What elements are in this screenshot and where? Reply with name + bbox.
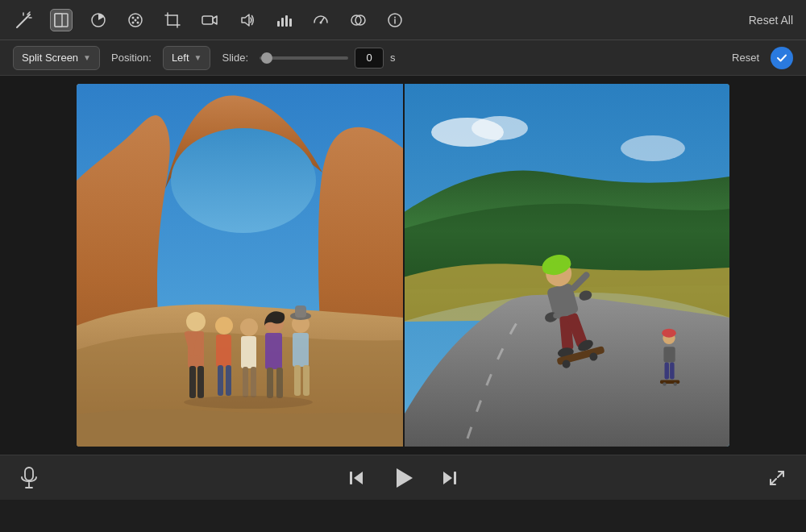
skip-forward-button[interactable] xyxy=(440,468,459,488)
svg-rect-38 xyxy=(197,366,204,398)
slide-unit: s xyxy=(390,52,396,64)
play-button[interactable] xyxy=(388,463,418,493)
svg-rect-22 xyxy=(285,15,288,27)
microphone-icon[interactable] xyxy=(19,467,39,489)
svg-point-25 xyxy=(320,21,322,23)
svg-rect-37 xyxy=(189,366,196,398)
svg-point-33 xyxy=(186,312,206,331)
svg-point-30 xyxy=(394,16,396,18)
bottom-right-controls xyxy=(767,468,787,488)
panel-divider xyxy=(403,84,405,447)
svg-point-12 xyxy=(137,21,139,23)
reset-all-button[interactable]: Reset All xyxy=(749,14,793,27)
slide-slider-track[interactable] xyxy=(260,56,348,60)
svg-rect-48 xyxy=(265,333,282,369)
svg-rect-52 xyxy=(293,333,309,367)
magic-wand-icon[interactable] xyxy=(13,9,35,31)
slide-slider-thumb[interactable] xyxy=(261,52,272,64)
controls-bar: Split Screen ▼ Position: Left ▼ Slide: 0… xyxy=(0,40,806,76)
svg-rect-86 xyxy=(25,468,33,480)
video-right-panel xyxy=(403,84,729,447)
svg-point-32 xyxy=(171,128,316,233)
slide-label: Slide: xyxy=(222,52,248,64)
svg-rect-82 xyxy=(670,363,675,380)
svg-rect-44 xyxy=(241,336,256,368)
svg-rect-50 xyxy=(276,368,283,398)
svg-rect-81 xyxy=(665,363,670,380)
svg-rect-42 xyxy=(226,365,231,396)
palette-icon[interactable] xyxy=(124,9,147,31)
bottom-center-controls xyxy=(39,463,767,493)
svg-rect-80 xyxy=(663,347,675,362)
svg-rect-89 xyxy=(350,472,352,484)
svg-rect-49 xyxy=(267,368,273,398)
svg-point-84 xyxy=(663,382,666,385)
svg-rect-21 xyxy=(281,18,284,27)
svg-point-10 xyxy=(137,16,139,19)
svg-rect-20 xyxy=(277,21,280,27)
svg-rect-45 xyxy=(243,367,248,397)
preview-area xyxy=(0,76,806,455)
svg-marker-19 xyxy=(242,15,249,26)
svg-rect-40 xyxy=(216,335,231,367)
svg-rect-90 xyxy=(454,472,456,484)
reset-button[interactable]: Reset xyxy=(732,52,759,64)
overlay-icon[interactable] xyxy=(347,9,369,31)
video-left-panel xyxy=(77,84,403,447)
slide-value-display: 0 xyxy=(355,48,384,69)
skip-back-button[interactable] xyxy=(347,468,366,488)
svg-point-60 xyxy=(472,116,528,140)
svg-rect-6 xyxy=(55,14,62,27)
svg-point-57 xyxy=(184,396,313,409)
speed-gauge-icon[interactable] xyxy=(310,9,332,31)
position-value: Left xyxy=(172,52,189,64)
svg-point-9 xyxy=(132,16,135,19)
video-camera-icon[interactable] xyxy=(198,9,221,31)
svg-point-39 xyxy=(215,317,233,335)
svg-rect-46 xyxy=(251,367,256,397)
crop-icon[interactable] xyxy=(161,9,184,31)
svg-line-0 xyxy=(17,18,27,27)
svg-point-61 xyxy=(621,135,685,161)
info-icon[interactable] xyxy=(384,9,406,31)
position-dropdown[interactable]: Left ▼ xyxy=(163,46,211,70)
confirm-button[interactable] xyxy=(771,47,793,69)
svg-rect-56 xyxy=(295,305,306,318)
top-toolbar: Reset All xyxy=(0,0,806,40)
video-container xyxy=(77,84,729,447)
effect-dropdown-arrow: ▼ xyxy=(83,53,91,62)
svg-rect-79 xyxy=(663,331,674,336)
effect-dropdown[interactable]: Split Screen ▼ xyxy=(13,46,100,70)
svg-rect-83 xyxy=(660,380,679,384)
effect-label: Split Screen xyxy=(22,52,78,64)
svg-point-11 xyxy=(132,21,135,23)
speaker-icon[interactable] xyxy=(235,9,258,31)
clip-icon[interactable] xyxy=(50,9,73,31)
position-dropdown-arrow: ▼ xyxy=(194,53,202,62)
svg-rect-41 xyxy=(218,365,223,396)
slide-slider-container: 0 s xyxy=(260,48,396,69)
svg-rect-53 xyxy=(294,365,301,396)
svg-point-85 xyxy=(674,382,677,385)
svg-rect-23 xyxy=(289,19,292,27)
bars-chart-icon[interactable] xyxy=(272,9,295,31)
svg-point-13 xyxy=(135,19,137,21)
color-wheel-icon[interactable] xyxy=(87,9,110,31)
position-label: Position: xyxy=(111,52,152,64)
svg-point-43 xyxy=(240,318,258,336)
svg-rect-18 xyxy=(202,16,213,24)
bottom-bar xyxy=(0,455,806,500)
fullscreen-icon[interactable] xyxy=(767,468,787,488)
svg-rect-54 xyxy=(303,365,310,396)
bottom-left-controls xyxy=(19,467,39,489)
